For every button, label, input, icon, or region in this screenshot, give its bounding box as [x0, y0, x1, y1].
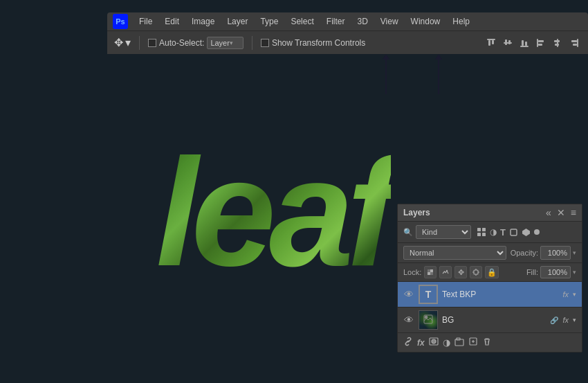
panel-bottom-toolbar: fx ◑: [398, 333, 582, 352]
menu-type[interactable]: Type: [255, 15, 284, 28]
panel-menu-icon[interactable]: ≡: [571, 207, 576, 218]
menu-layer[interactable]: Layer: [221, 15, 253, 28]
lock-all-icon[interactable]: 🔒: [485, 266, 499, 278]
show-transform-checkbox[interactable]: [261, 39, 269, 47]
arrow-1-shaft: [385, 60, 387, 94]
delete-layer-icon[interactable]: [482, 337, 492, 348]
panel-title: Layers: [403, 208, 430, 217]
auto-select-group: Auto-Select: Layer: [148, 37, 244, 49]
menu-edit[interactable]: Edit: [159, 15, 185, 28]
canvas-text: leaf: [156, 136, 390, 289]
svg-rect-4: [505, 39, 507, 45]
svg-rect-1: [488, 40, 490, 46]
new-group-icon[interactable]: [454, 337, 464, 348]
new-adjustment-icon[interactable]: ◑: [443, 337, 450, 348]
auto-select-checkbox[interactable]: [148, 39, 156, 47]
opacity-group: Opacity: ▾: [511, 246, 576, 260]
align-icons-group: [484, 36, 581, 50]
lock-fill-row: Lock: ✥: [398, 263, 582, 282]
svg-rect-7: [522, 40, 524, 46]
layer-dropdown[interactable]: Layer: [207, 37, 244, 49]
lock-image-icon[interactable]: [439, 266, 452, 278]
bottom-icons-left: fx ◑: [403, 337, 492, 348]
svg-rect-14: [555, 44, 559, 46]
svg-rect-0: [487, 39, 495, 40]
align-bottom-icon[interactable]: [517, 36, 531, 50]
align-horizontal-center-icon[interactable]: [551, 36, 564, 50]
filter-adjust-icon[interactable]: ◑: [490, 227, 497, 237]
layer-dropdown-arrow-bg[interactable]: ▾: [573, 317, 576, 323]
new-layer-icon[interactable]: [468, 337, 478, 348]
layer-row-bg[interactable]: 👁 BG 🔗 fx ▾: [398, 308, 582, 333]
layers-panel: Layers « ✕ ≡ 🔍 Kind ◑ T: [397, 204, 582, 353]
align-vertical-center-icon[interactable]: [501, 36, 515, 50]
show-transform-text: Show Transform Controls: [272, 38, 365, 48]
menu-bar: Ps File Edit Image Layer Type Select Fil…: [107, 12, 588, 30]
move-tool-button[interactable]: ✥ ▾: [114, 36, 131, 49]
lock-move-icon[interactable]: ✥: [454, 266, 467, 278]
layers-filter-row: 🔍 Kind ◑ T: [398, 222, 582, 243]
move-dropdown-arrow[interactable]: ▾: [125, 36, 131, 49]
menu-view[interactable]: View: [375, 15, 404, 28]
menu-help[interactable]: Help: [447, 15, 475, 28]
align-top-icon[interactable]: [484, 36, 498, 50]
layer-fx-bg[interactable]: fx: [562, 316, 569, 324]
svg-rect-19: [482, 228, 486, 231]
filter-type-icon[interactable]: T: [500, 227, 506, 238]
svg-rect-28: [474, 270, 478, 274]
panel-close-icon[interactable]: ✕: [557, 207, 565, 218]
lock-artboard-icon[interactable]: [470, 266, 482, 278]
align-left-icon[interactable]: [534, 36, 548, 50]
filter-shape-icon[interactable]: [509, 228, 518, 237]
filter-toggle-dot[interactable]: [534, 229, 540, 235]
svg-point-36: [432, 339, 436, 344]
blend-mode-dropdown[interactable]: Normal: [403, 246, 506, 260]
layer-fx-text-bkp[interactable]: fx: [562, 290, 569, 299]
show-transform-label[interactable]: Show Transform Controls: [261, 38, 365, 48]
layer-effects-icon[interactable]: fx: [417, 338, 425, 348]
filter-pixel-icon[interactable]: [477, 227, 486, 237]
fill-label: Fill:: [526, 268, 538, 276]
svg-rect-20: [477, 233, 481, 236]
lock-transparent-icon[interactable]: [424, 266, 437, 278]
align-right-icon[interactable]: [567, 36, 581, 50]
menu-3d[interactable]: 3D: [351, 15, 373, 28]
opacity-input[interactable]: [540, 246, 571, 260]
fill-input[interactable]: [540, 266, 571, 278]
arrow-1: [383, 54, 389, 94]
svg-rect-5: [508, 40, 511, 44]
filter-kind-dropdown[interactable]: Kind: [416, 225, 471, 239]
fill-group: Fill: ▾: [526, 266, 576, 278]
menu-image[interactable]: Image: [186, 15, 220, 28]
visibility-eye-bg[interactable]: 👁: [403, 314, 414, 326]
svg-rect-16: [571, 40, 577, 42]
menu-select[interactable]: Select: [285, 15, 319, 28]
blend-opacity-row: Normal Opacity: ▾: [398, 243, 582, 263]
add-mask-icon[interactable]: [429, 337, 439, 348]
arrow-2-head: [435, 54, 442, 60]
layer-row-text-bkp[interactable]: 👁 T Text BKP fx ▾: [398, 282, 582, 308]
menu-window[interactable]: Window: [405, 15, 446, 28]
fill-dropdown-arrow[interactable]: ▾: [573, 269, 576, 276]
svg-rect-10: [538, 40, 544, 42]
layer-name-text-bkp: Text BKP: [442, 290, 558, 299]
layer-thumb-bg: [419, 310, 438, 330]
svg-point-27: [446, 270, 448, 271]
filter-smartobj-icon[interactable]: [522, 228, 531, 237]
menu-file[interactable]: File: [134, 15, 158, 28]
opacity-dropdown-arrow[interactable]: ▾: [573, 249, 576, 256]
svg-rect-9: [537, 39, 538, 47]
layer-thumb-text-bkp: T: [419, 285, 438, 304]
svg-rect-18: [477, 228, 481, 231]
auto-select-text: Auto-Select:: [159, 38, 204, 48]
svg-point-34: [425, 316, 428, 319]
visibility-eye-text-bkp[interactable]: 👁: [403, 289, 414, 300]
panel-controls: « ✕ ≡: [546, 207, 576, 218]
search-icon: 🔍: [403, 228, 413, 237]
menu-filter[interactable]: Filter: [321, 15, 351, 28]
layer-dropdown-arrow-text-bkp[interactable]: ▾: [573, 291, 576, 298]
panel-collapse-icon[interactable]: «: [546, 207, 551, 218]
auto-select-label[interactable]: Auto-Select:: [148, 38, 204, 48]
layer-name-bg: BG: [442, 315, 546, 325]
link-layers-icon[interactable]: [403, 337, 413, 348]
